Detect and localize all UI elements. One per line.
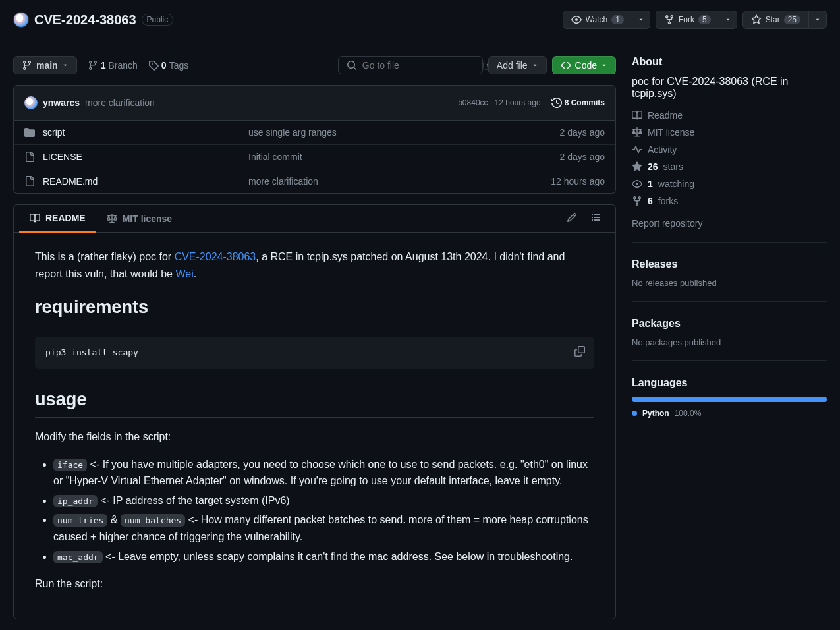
folder-icon <box>24 127 35 138</box>
requirements-heading: requirements <box>35 293 594 326</box>
commit-sha[interactable]: b0840cc <box>458 98 488 107</box>
license-link[interactable]: MIT license <box>632 127 827 138</box>
file-commit-msg[interactable]: use single arg ranges <box>248 127 560 138</box>
owner-avatar[interactable] <box>13 12 29 28</box>
wei-link[interactable]: Wei <box>175 268 193 279</box>
branch-name: main <box>36 60 58 71</box>
packages-title[interactable]: Packages <box>632 318 827 329</box>
commit-author[interactable]: ynwarcs <box>43 98 80 108</box>
fork-icon <box>632 196 642 206</box>
releases-title[interactable]: Releases <box>632 258 827 270</box>
latest-commit-bar: ynwarcs more clarification b0840cc · 12 … <box>13 85 616 121</box>
book-icon <box>632 110 642 121</box>
list-icon <box>590 212 601 223</box>
watch-count: 1 <box>611 15 624 24</box>
languages-title: Languages <box>632 377 827 389</box>
tab-license[interactable]: MIT license <box>96 206 182 232</box>
history-icon <box>551 98 562 108</box>
tag-icon <box>148 60 159 71</box>
edit-button[interactable] <box>563 208 581 229</box>
releases-text: No releases published <box>632 278 827 288</box>
star-label: Star <box>766 15 780 24</box>
file-row: LICENSE Initial commit 2 days ago <box>14 144 615 169</box>
file-search-wrap[interactable]: t <box>338 56 483 74</box>
copy-icon <box>574 346 585 357</box>
list-item: ip_addr <- IP address of the target syst… <box>53 492 594 509</box>
commits-link[interactable]: 8 Commits <box>551 98 605 108</box>
list-item: iface <- If you have multiple adapters, … <box>53 456 594 490</box>
outline-button[interactable] <box>586 208 605 229</box>
stars-link[interactable]: 26 stars <box>632 161 827 172</box>
fork-button[interactable]: Fork 5 <box>656 11 719 29</box>
fork-count: 5 <box>698 15 711 24</box>
commit-time: 12 hours ago <box>495 98 541 107</box>
report-link[interactable]: Report repository <box>632 218 827 229</box>
pencil-icon <box>567 212 577 223</box>
code-icon <box>561 60 571 71</box>
star-button[interactable]: Star 25 <box>742 11 809 29</box>
watch-label: Watch <box>586 15 608 24</box>
chevron-down-icon <box>814 16 821 23</box>
readme-link[interactable]: Readme <box>632 110 827 121</box>
pulse-icon <box>632 144 642 155</box>
chevron-down-icon <box>601 62 607 69</box>
watch-button[interactable]: Watch 1 <box>563 11 632 29</box>
language-item[interactable]: Python 100.0% <box>632 409 827 418</box>
tags-link[interactable]: 0 Tags <box>148 60 188 71</box>
repo-name[interactable]: CVE-2024-38063 <box>34 13 136 28</box>
about-description: poc for CVE-2024-38063 (RCE in tcpip.sys… <box>632 76 827 100</box>
file-name-text[interactable]: README.md <box>43 176 98 186</box>
fork-icon <box>664 14 675 25</box>
code-button[interactable]: Code <box>552 56 616 74</box>
star-icon <box>751 14 762 25</box>
repo-header: CVE-2024-38063 Public Watch 1 Fork 5 Sta… <box>13 0 827 40</box>
eye-icon <box>571 14 582 25</box>
file-row: script use single arg ranges 2 days ago <box>14 121 615 144</box>
file-time: 2 days ago <box>560 152 605 162</box>
fork-label: Fork <box>679 15 694 24</box>
file-icon <box>24 152 35 162</box>
search-icon <box>347 60 357 71</box>
add-file-button[interactable]: Add file <box>488 56 547 74</box>
commit-message[interactable]: more clarification <box>85 98 155 108</box>
chevron-down-icon <box>725 16 731 23</box>
file-row: README.md more clarification 12 hours ag… <box>14 169 615 193</box>
book-icon <box>30 213 40 223</box>
lang-dot <box>632 411 637 416</box>
file-list: script use single arg ranges 2 days ago … <box>13 121 616 194</box>
law-icon <box>107 214 117 224</box>
tab-readme[interactable]: README <box>19 205 96 233</box>
chevron-down-icon <box>62 62 69 69</box>
file-name-text[interactable]: script <box>43 127 65 138</box>
readme-content: This is a (rather flaky) poc for CVE-202… <box>14 233 615 619</box>
list-item: num_tries & num_batches <- How many diff… <box>53 511 594 545</box>
eye-icon <box>632 179 642 189</box>
fork-dropdown[interactable] <box>719 11 737 29</box>
cve-link[interactable]: CVE-2024-38063 <box>175 251 256 262</box>
usage-heading: usage <box>35 385 594 418</box>
branch-selector[interactable]: main <box>13 56 77 74</box>
usage-run: Run the script: <box>35 575 594 592</box>
visibility-badge: Public <box>142 14 174 26</box>
file-icon <box>24 176 35 186</box>
list-item: mac_addr <- Leave empty, unless scapy co… <box>53 548 594 565</box>
commit-avatar[interactable] <box>24 96 38 109</box>
file-search-input[interactable] <box>362 60 478 71</box>
star-icon <box>632 161 642 172</box>
forks-link[interactable]: 6 forks <box>632 196 827 206</box>
file-commit-msg[interactable]: more clarification <box>248 176 551 186</box>
code-block-install: pip3 install scapy <box>35 337 594 369</box>
copy-button[interactable] <box>571 342 589 365</box>
file-time: 12 hours ago <box>551 176 605 186</box>
branches-link[interactable]: 1 Branch <box>88 60 138 71</box>
branch-icon <box>88 60 98 71</box>
file-commit-msg[interactable]: Initial commit <box>248 152 560 162</box>
activity-link[interactable]: Activity <box>632 144 827 155</box>
watch-dropdown[interactable] <box>632 11 650 29</box>
chevron-down-icon <box>532 62 538 69</box>
law-icon <box>632 127 642 138</box>
file-name-text[interactable]: LICENSE <box>43 152 82 162</box>
readme-box: README MIT license This is a ( <box>13 204 616 619</box>
star-dropdown[interactable] <box>809 11 827 29</box>
watching-link[interactable]: 1 watching <box>632 179 827 189</box>
